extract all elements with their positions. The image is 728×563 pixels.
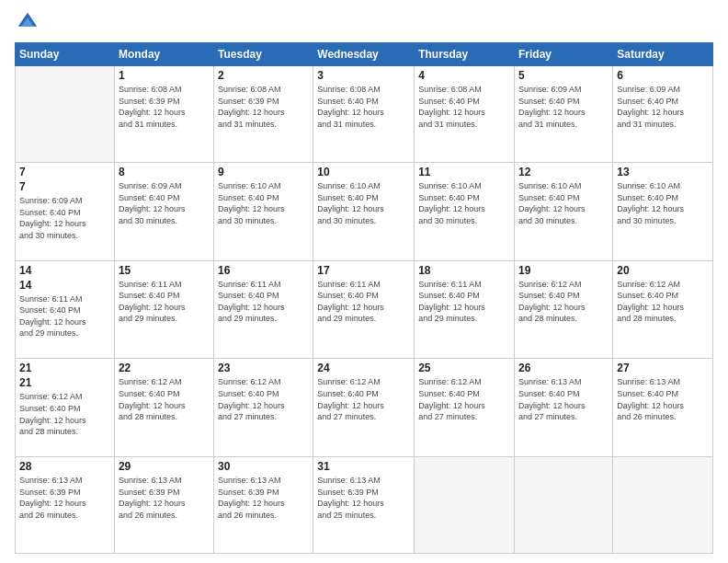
day-number: 21 <box>19 362 110 374</box>
day-number: 13 <box>617 166 709 178</box>
calendar-cell: 12Sunrise: 6:10 AM Sunset: 6:40 PM Dayli… <box>515 163 613 261</box>
day-info: Sunrise: 6:11 AM Sunset: 6:40 PM Dayligh… <box>119 279 210 325</box>
day-number: 14 <box>19 279 110 292</box>
calendar-week-1: 77Sunrise: 6:09 AM Sunset: 6:40 PM Dayli… <box>16 163 713 261</box>
day-info: Sunrise: 6:10 AM Sunset: 6:40 PM Dayligh… <box>418 180 510 226</box>
calendar-cell: 24Sunrise: 6:12 AM Sunset: 6:40 PM Dayli… <box>313 359 415 457</box>
calendar-header-friday: Friday <box>515 43 613 66</box>
day-number: 1 <box>119 69 210 82</box>
day-info: Sunrise: 6:10 AM Sunset: 6:40 PM Dayligh… <box>617 180 709 226</box>
day-number: 3 <box>317 69 410 82</box>
calendar-cell: 18Sunrise: 6:11 AM Sunset: 6:40 PM Dayli… <box>415 260 515 359</box>
day-number: 5 <box>518 69 609 82</box>
calendar-cell: 6Sunrise: 6:09 AM Sunset: 6:40 PM Daylig… <box>613 66 713 163</box>
calendar-cell: 25Sunrise: 6:12 AM Sunset: 6:40 PM Dayli… <box>415 359 515 457</box>
calendar-cell: 30Sunrise: 6:13 AM Sunset: 6:39 PM Dayli… <box>214 456 313 553</box>
calendar-header-thursday: Thursday <box>415 43 515 66</box>
day-info: Sunrise: 6:09 AM Sunset: 6:40 PM Dayligh… <box>19 195 110 241</box>
day-info: Sunrise: 6:12 AM Sunset: 6:40 PM Dayligh… <box>518 279 609 325</box>
day-number: 21 <box>19 376 110 389</box>
day-number: 31 <box>317 460 410 473</box>
calendar-week-0: 1Sunrise: 6:08 AM Sunset: 6:39 PM Daylig… <box>16 66 713 163</box>
day-info: Sunrise: 6:13 AM Sunset: 6:40 PM Dayligh… <box>617 376 709 422</box>
calendar-cell: 17Sunrise: 6:11 AM Sunset: 6:40 PM Dayli… <box>313 260 415 359</box>
day-info: Sunrise: 6:09 AM Sunset: 6:40 PM Dayligh… <box>119 180 210 226</box>
calendar-cell <box>16 66 115 163</box>
day-info: Sunrise: 6:13 AM Sunset: 6:39 PM Dayligh… <box>317 475 410 521</box>
calendar-cell: 29Sunrise: 6:13 AM Sunset: 6:39 PM Dayli… <box>114 456 213 553</box>
calendar-cell <box>415 456 515 553</box>
day-number: 25 <box>418 362 510 374</box>
calendar-header-wednesday: Wednesday <box>313 43 415 66</box>
day-number: 9 <box>218 166 309 178</box>
day-number: 11 <box>418 166 510 178</box>
day-info: Sunrise: 6:10 AM Sunset: 6:40 PM Dayligh… <box>317 180 410 226</box>
day-info: Sunrise: 6:13 AM Sunset: 6:40 PM Dayligh… <box>518 376 609 422</box>
calendar-cell: 27Sunrise: 6:13 AM Sunset: 6:40 PM Dayli… <box>613 359 713 457</box>
calendar-cell: 9Sunrise: 6:10 AM Sunset: 6:40 PM Daylig… <box>214 163 313 261</box>
calendar-cell: 3Sunrise: 6:08 AM Sunset: 6:40 PM Daylig… <box>313 66 415 163</box>
calendar-cell: 31Sunrise: 6:13 AM Sunset: 6:39 PM Dayli… <box>313 456 415 553</box>
calendar-cell: 28Sunrise: 6:13 AM Sunset: 6:39 PM Dayli… <box>16 456 115 553</box>
day-info: Sunrise: 6:12 AM Sunset: 6:40 PM Dayligh… <box>317 376 410 422</box>
day-number: 7 <box>19 180 110 193</box>
calendar-cell: 11Sunrise: 6:10 AM Sunset: 6:40 PM Dayli… <box>415 163 515 261</box>
calendar-header-row: SundayMondayTuesdayWednesdayThursdayFrid… <box>16 43 713 66</box>
day-info: Sunrise: 6:11 AM Sunset: 6:40 PM Dayligh… <box>418 279 510 325</box>
day-number: 17 <box>317 264 410 277</box>
calendar-cell: 15Sunrise: 6:11 AM Sunset: 6:40 PM Dayli… <box>114 260 213 359</box>
day-info: Sunrise: 6:11 AM Sunset: 6:40 PM Dayligh… <box>218 279 309 325</box>
calendar-cell: 22Sunrise: 6:12 AM Sunset: 6:40 PM Dayli… <box>114 359 213 457</box>
calendar-cell: 19Sunrise: 6:12 AM Sunset: 6:40 PM Dayli… <box>515 260 613 359</box>
day-number: 24 <box>317 362 410 374</box>
day-number: 16 <box>218 264 309 277</box>
day-info: Sunrise: 6:10 AM Sunset: 6:40 PM Dayligh… <box>518 180 609 226</box>
calendar: SundayMondayTuesdayWednesdayThursdayFrid… <box>15 42 713 554</box>
day-number: 14 <box>19 264 110 277</box>
day-number: 4 <box>418 69 510 82</box>
day-info: Sunrise: 6:12 AM Sunset: 6:40 PM Dayligh… <box>418 376 510 422</box>
day-number: 12 <box>518 166 609 178</box>
day-number: 15 <box>119 264 210 277</box>
calendar-cell: 5Sunrise: 6:09 AM Sunset: 6:40 PM Daylig… <box>515 66 613 163</box>
calendar-cell: 23Sunrise: 6:12 AM Sunset: 6:40 PM Dayli… <box>214 359 313 457</box>
calendar-cell <box>515 456 613 553</box>
day-info: Sunrise: 6:12 AM Sunset: 6:40 PM Dayligh… <box>119 376 210 422</box>
calendar-cell: 2121Sunrise: 6:12 AM Sunset: 6:40 PM Day… <box>16 359 115 457</box>
calendar-header-saturday: Saturday <box>613 43 713 66</box>
calendar-header-monday: Monday <box>114 43 213 66</box>
day-number: 30 <box>218 460 309 473</box>
calendar-cell: 20Sunrise: 6:12 AM Sunset: 6:40 PM Dayli… <box>613 260 713 359</box>
day-number: 29 <box>119 460 210 473</box>
day-info: Sunrise: 6:08 AM Sunset: 6:39 PM Dayligh… <box>218 84 309 130</box>
calendar-week-4: 28Sunrise: 6:13 AM Sunset: 6:39 PM Dayli… <box>16 456 713 553</box>
day-number: 22 <box>119 362 210 374</box>
header <box>15 9 713 35</box>
calendar-cell: 26Sunrise: 6:13 AM Sunset: 6:40 PM Dayli… <box>515 359 613 457</box>
day-info: Sunrise: 6:12 AM Sunset: 6:40 PM Dayligh… <box>19 391 110 437</box>
day-info: Sunrise: 6:13 AM Sunset: 6:39 PM Dayligh… <box>218 475 309 521</box>
logo-icon <box>15 9 40 35</box>
day-info: Sunrise: 6:11 AM Sunset: 6:40 PM Dayligh… <box>19 293 110 339</box>
day-number: 6 <box>617 69 709 82</box>
logo <box>15 9 44 35</box>
day-number: 7 <box>19 166 110 178</box>
day-info: Sunrise: 6:13 AM Sunset: 6:39 PM Dayligh… <box>19 475 110 521</box>
day-number: 26 <box>518 362 609 374</box>
day-info: Sunrise: 6:10 AM Sunset: 6:40 PM Dayligh… <box>218 180 309 226</box>
calendar-cell: 16Sunrise: 6:11 AM Sunset: 6:40 PM Dayli… <box>214 260 313 359</box>
day-number: 10 <box>317 166 410 178</box>
day-info: Sunrise: 6:08 AM Sunset: 6:40 PM Dayligh… <box>418 84 510 130</box>
calendar-cell: 13Sunrise: 6:10 AM Sunset: 6:40 PM Dayli… <box>613 163 713 261</box>
day-info: Sunrise: 6:08 AM Sunset: 6:39 PM Dayligh… <box>119 84 210 130</box>
calendar-cell: 77Sunrise: 6:09 AM Sunset: 6:40 PM Dayli… <box>16 163 115 261</box>
day-number: 18 <box>418 264 510 277</box>
day-info: Sunrise: 6:11 AM Sunset: 6:40 PM Dayligh… <box>317 279 410 325</box>
day-info: Sunrise: 6:12 AM Sunset: 6:40 PM Dayligh… <box>617 279 709 325</box>
calendar-cell: 4Sunrise: 6:08 AM Sunset: 6:40 PM Daylig… <box>415 66 515 163</box>
day-number: 19 <box>518 264 609 277</box>
calendar-week-3: 2121Sunrise: 6:12 AM Sunset: 6:40 PM Day… <box>16 359 713 457</box>
day-number: 28 <box>19 460 110 473</box>
day-info: Sunrise: 6:13 AM Sunset: 6:39 PM Dayligh… <box>119 475 210 521</box>
page: SundayMondayTuesdayWednesdayThursdayFrid… <box>0 0 728 563</box>
